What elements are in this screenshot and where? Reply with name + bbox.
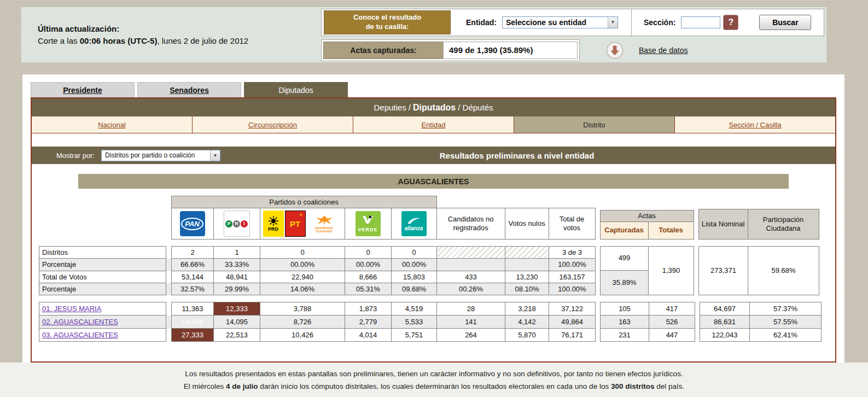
partidos-header: Partidos o coaliciones <box>171 196 436 208</box>
lista-header-group: Lista Nominal Participación Ciudadana <box>698 209 819 240</box>
level-subtabs: Nacional Circunscripción Entidad Distrit… <box>32 116 835 133</box>
district-band: 01. JESUS MARIA11,36312,3333,7881,8734,5… <box>39 302 835 342</box>
chevron-down-icon[interactable] <box>608 17 617 28</box>
search-controls: Conoce el resultado de tu casilla: Entid… <box>321 7 824 62</box>
results-table-area: Partidos o coaliciones PAN P <box>39 196 835 342</box>
summary-cell: 00.26% <box>437 283 505 295</box>
participacion-header: Participación Ciudadana <box>748 209 819 240</box>
subtab-nacional[interactable]: Nacional <box>32 116 192 133</box>
summary-cell: 8,666 <box>345 271 392 283</box>
actas-header: Actas <box>600 210 694 222</box>
summary-cell: 2 <box>172 247 214 259</box>
district-cell: 1,873 <box>345 302 392 316</box>
summary-cell: 433 <box>437 271 505 283</box>
district-table: 01. JESUS MARIA11,36312,3333,7881,8734,5… <box>39 302 596 342</box>
district-cell: 264 <box>437 329 505 342</box>
actas-totales-value: 1,390 <box>648 246 694 295</box>
hatched-cell <box>505 259 549 271</box>
district-cell: 76,171 <box>549 329 596 342</box>
summary-cell: 00.00% <box>260 259 345 271</box>
summary-cell: 08.10% <box>505 283 549 295</box>
summary-cell: 33.33% <box>214 259 260 271</box>
lista-nominal-value: 273,371 <box>698 246 748 295</box>
district-cell: 5,870 <box>505 329 549 342</box>
mostrar-por-select[interactable]: Distritos por partido o coalición <box>101 150 220 161</box>
actas-summary-group: 499 35.89% 1,390 <box>600 246 694 295</box>
movimiento-ciudadano-logo-icon: MOVIMIENTOCIUDADANO <box>307 211 342 237</box>
party-logo-verde-icon: VERDE <box>356 211 381 236</box>
header-panel: Última actualización: Corte a las 00:06 … <box>21 7 827 63</box>
alianza-swoosh-icon <box>406 217 422 225</box>
actas-capturadas-count: 499 <box>600 246 649 271</box>
summary-band: Distritos210003 de 3Porcentaje66.66%33.3… <box>39 246 835 295</box>
actas-header-group: Actas Capturadas Totales <box>600 210 694 240</box>
party-logo-pan-icon: PAN <box>180 211 205 236</box>
prd-sun-icon <box>268 215 279 226</box>
district-cell: 57.37% <box>750 302 822 316</box>
entidad-group: Entidad: Seleccione su entidad <box>466 16 618 28</box>
summary-cell: 0 <box>260 247 345 259</box>
mostrar-por-value: Distritos por partido o coalición <box>102 151 198 159</box>
district-winner-cell: 12,333 <box>214 302 260 316</box>
help-button[interactable]: ? <box>723 15 738 30</box>
summary-cell: 00.00% <box>345 259 392 271</box>
district-cell: 86,631 <box>700 316 750 329</box>
tab-diputados[interactable]: Diputados <box>244 82 348 97</box>
tab-senadores[interactable]: Senadores <box>137 82 241 97</box>
banner-title: Deputies / Diputados / Députés <box>32 98 835 116</box>
summary-cell: 14.06% <box>260 283 345 295</box>
summary-cell: 48,941 <box>214 271 260 283</box>
district-link[interactable]: 03. AGUASCALIENTES <box>42 331 118 339</box>
seccion-input[interactable] <box>681 16 720 28</box>
district-cell: 14,095 <box>214 316 260 329</box>
district-cell: 417 <box>649 302 695 316</box>
summary-cell: 53,144 <box>172 271 214 283</box>
district-link[interactable]: 01. JESUS MARIA <box>42 305 101 313</box>
district-name-cell: 03. AGUASCALIENTES <box>39 329 166 342</box>
district-cell: 28 <box>437 302 505 316</box>
party-logo-coalition-icon: PRD PT MOVIMIENTOC <box>261 211 343 237</box>
divider <box>631 9 632 36</box>
district-cell: 5,751 <box>392 329 437 342</box>
district-cell: 64,697 <box>700 302 750 316</box>
subtab-circunscripcion[interactable]: Circunscripción <box>192 116 353 133</box>
district-cell: 231 <box>601 329 649 342</box>
tab-presidente[interactable]: Presidente <box>31 82 135 97</box>
search-panel: Conoce el resultado de tu casilla: Entid… <box>321 9 824 36</box>
parties-header-table: Partidos o coaliciones PAN P <box>39 196 596 240</box>
database-link[interactable]: Base de datos <box>639 46 688 55</box>
summary-row-label: Porcentaje <box>39 283 166 295</box>
party-logo-pri-icon: P R I <box>224 211 250 237</box>
buscar-button[interactable]: Buscar <box>759 15 811 30</box>
mostrar-por-label: Mostrar por: <box>56 151 95 160</box>
district-cell: 4,142 <box>505 316 549 329</box>
district-cell: 49,864 <box>549 316 596 329</box>
summary-cell: 0 <box>392 247 437 259</box>
participacion-value: 59.68% <box>748 246 819 295</box>
footer-line2: El miércoles 4 de julio darán inicio los… <box>184 382 684 390</box>
district-link[interactable]: 02. AGUASCALIENTES <box>42 318 118 326</box>
entidad-select[interactable]: Seleccione su entidad <box>502 16 618 28</box>
download-icon[interactable] <box>606 42 624 59</box>
summary-cell: 09.68% <box>392 283 437 295</box>
district-actas-table: 105417163526231447 <box>600 302 695 342</box>
footer-line1: Los resultados presentados en estas pant… <box>185 370 683 378</box>
entidad-selected-value: Seleccione su entidad <box>503 18 590 27</box>
subtab-seccion-casilla[interactable]: Sección / Casilla <box>674 116 835 133</box>
col-gap <box>166 302 172 316</box>
district-cell: 3,218 <box>505 302 549 316</box>
subtab-distrito[interactable]: Distrito <box>514 116 674 133</box>
district-name-cell: 02. AGUASCALIENTES <box>39 316 166 329</box>
summary-row-label: Distritos <box>39 247 166 259</box>
entity-title: AGUASCALIENTES <box>78 174 789 189</box>
district-winner-cell: 14,448 <box>172 316 214 329</box>
pt-star-icon <box>299 213 302 217</box>
district-cell: 526 <box>649 316 695 329</box>
hatched-cell <box>505 247 549 259</box>
district-cell: 4,014 <box>345 329 392 342</box>
chevron-down-icon[interactable] <box>210 150 220 161</box>
casilla-result-button[interactable]: Conoce el resultado de tu casilla: <box>324 10 451 34</box>
last-update-text: Corte a las 00:06 horas (UTC-5), lunes 2… <box>38 35 248 47</box>
district-cell: 105 <box>601 302 649 316</box>
subtab-entidad[interactable]: Entidad <box>353 116 514 133</box>
